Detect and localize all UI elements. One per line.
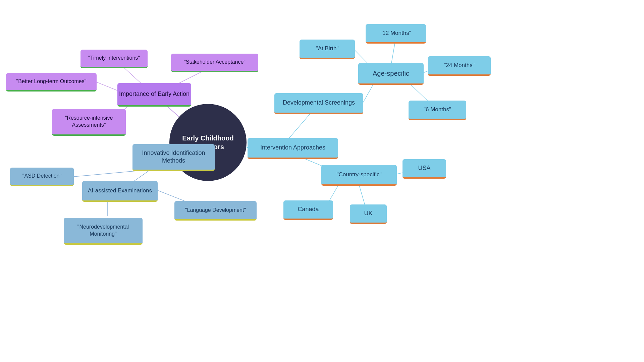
at-birth-label: "At Birth" [316, 45, 339, 52]
svg-line-3 [97, 82, 117, 90]
better-longterm-node[interactable]: "Better Long-term Outcomes" [6, 73, 97, 92]
canada-label: Canada [298, 205, 319, 213]
developmental-screenings-node[interactable]: Developmental Screenings [274, 93, 363, 114]
stakeholder-label: "Stakeholder Acceptance" [184, 59, 246, 66]
uk-label: UK [364, 209, 372, 217]
uk-node[interactable]: UK [350, 204, 387, 224]
stakeholder-acceptance-node[interactable]: "Stakeholder Acceptance" [171, 54, 258, 72]
svg-line-12 [362, 83, 374, 104]
timely-interventions-label: "Timely Interventions" [88, 55, 140, 62]
usa-node[interactable]: USA [402, 159, 446, 179]
at-birth-node[interactable]: "At Birth" [300, 40, 355, 59]
ai-assisted-node[interactable]: AI-assisted Examinations [82, 181, 158, 202]
asd-label: "ASD Detection" [22, 173, 61, 180]
innovative-identification-node[interactable]: Innovative Identification Methods [132, 144, 215, 171]
timely-interventions-node[interactable]: "Timely Interventions" [80, 50, 148, 68]
better-longterm-label: "Better Long-term Outcomes" [16, 78, 87, 85]
intervention-label: Intervention Approaches [260, 144, 325, 152]
six-months-node[interactable]: "6 Months" [409, 101, 466, 120]
developmental-label: Developmental Screenings [283, 99, 355, 107]
asd-detection-node[interactable]: "ASD Detection" [10, 168, 74, 186]
twenty-four-months-label: "24 Months" [444, 62, 474, 69]
canada-node[interactable]: Canada [283, 200, 333, 220]
resource-label: "Resource-intensive Assessments" [52, 115, 126, 129]
country-specific-node[interactable]: "Country-specific" [321, 165, 397, 186]
six-months-label: "6 Months" [424, 106, 451, 113]
country-specific-label: "Country-specific" [337, 171, 382, 178]
age-specific-label: Age-specific [373, 69, 409, 78]
usa-label: USA [418, 164, 430, 172]
twenty-four-months-node[interactable]: "24 Months" [428, 56, 491, 76]
intervention-approaches-node[interactable]: Intervention Approaches [248, 138, 338, 159]
twelve-months-label: "12 Months" [380, 29, 411, 37]
age-specific-node[interactable]: Age-specific [358, 63, 424, 85]
importance-label: Importance of Early Action [119, 90, 190, 98]
language-label: "Language Development" [185, 207, 246, 214]
importance-of-early-action-node[interactable]: Importance of Early Action [117, 83, 191, 107]
twelve-months-node[interactable]: "12 Months" [366, 24, 426, 44]
innovative-label: Innovative Identification Methods [132, 149, 215, 165]
ai-label: AI-assisted Examinations [88, 187, 152, 194]
language-development-node[interactable]: "Language Development" [174, 201, 257, 221]
resource-intensive-node[interactable]: "Resource-intensive Assessments" [52, 109, 126, 136]
neurodevelopmental-node[interactable]: "Neurodevelopmental Monitoring" [64, 218, 143, 245]
neurodevelopmental-label: "Neurodevelopmental Monitoring" [64, 224, 143, 238]
